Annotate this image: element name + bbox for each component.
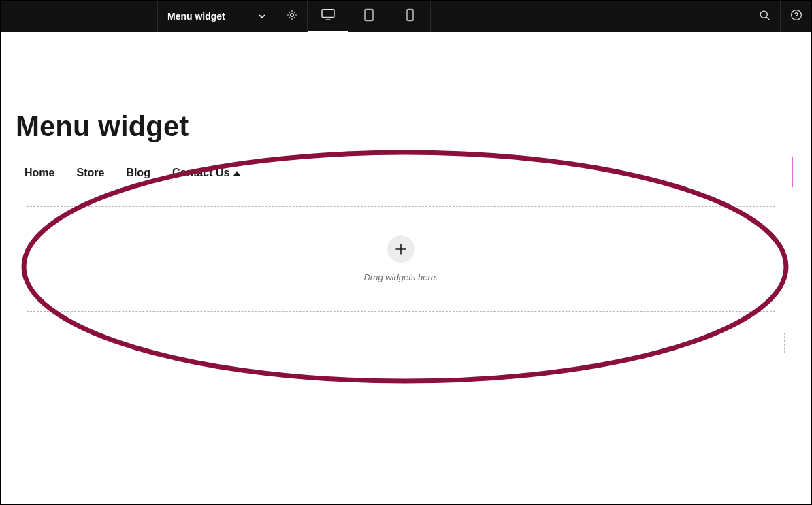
plus-icon bbox=[395, 244, 406, 255]
svg-point-4 bbox=[760, 11, 767, 18]
topbar-spacer bbox=[431, 1, 749, 32]
svg-point-6 bbox=[796, 17, 796, 18]
editor-canvas: Menu widget Home Store Blog Contact Us bbox=[1, 32, 811, 504]
app-frame: Menu widget bbox=[0, 0, 812, 505]
help-button[interactable] bbox=[780, 1, 811, 32]
device-desktop-button[interactable] bbox=[308, 1, 348, 32]
page-title: Menu widget bbox=[16, 110, 189, 143]
menu-item-label: Blog bbox=[126, 167, 150, 179]
gear-icon bbox=[286, 9, 298, 24]
svg-rect-1 bbox=[322, 10, 334, 18]
search-button[interactable] bbox=[749, 1, 780, 32]
svg-point-5 bbox=[791, 10, 801, 20]
desktop-icon bbox=[321, 8, 336, 23]
menu-item-label: Contact Us bbox=[172, 167, 229, 179]
topbar: Menu widget bbox=[1, 1, 811, 32]
widget-dropzone[interactable]: Drag widgets here. bbox=[27, 206, 775, 312]
svg-rect-2 bbox=[365, 10, 373, 21]
menu-item-label: Home bbox=[25, 167, 54, 179]
chevron-down-icon bbox=[258, 12, 266, 20]
svg-point-0 bbox=[290, 14, 293, 17]
menu-item-store[interactable]: Store bbox=[76, 167, 104, 179]
menu-widget[interactable]: Home Store Blog Contact Us bbox=[25, 167, 240, 179]
help-icon bbox=[790, 9, 802, 24]
menu-item-blog[interactable]: Blog bbox=[126, 167, 150, 179]
mobile-icon bbox=[406, 8, 415, 25]
topbar-left-spacer bbox=[1, 1, 157, 32]
caret-up-icon bbox=[233, 171, 240, 176]
menu-item-contact-us[interactable]: Contact Us bbox=[172, 167, 240, 179]
settings-button[interactable] bbox=[276, 1, 308, 32]
page-selector-label: Menu widget bbox=[167, 11, 225, 22]
menu-item-label: Store bbox=[76, 167, 104, 179]
page-selector[interactable]: Menu widget bbox=[157, 1, 276, 32]
menu-item-home[interactable]: Home bbox=[25, 167, 54, 179]
svg-rect-3 bbox=[407, 10, 413, 21]
device-mobile-button[interactable] bbox=[389, 1, 430, 32]
section-dropzone[interactable] bbox=[22, 333, 785, 353]
topbar-right-tools bbox=[749, 1, 811, 32]
add-widget-button[interactable] bbox=[387, 235, 415, 263]
tablet-icon bbox=[363, 8, 374, 25]
dropzone-hint: Drag widgets here. bbox=[363, 272, 438, 282]
device-preview-group bbox=[308, 1, 431, 32]
device-tablet-button[interactable] bbox=[348, 1, 389, 32]
search-icon bbox=[759, 10, 770, 24]
